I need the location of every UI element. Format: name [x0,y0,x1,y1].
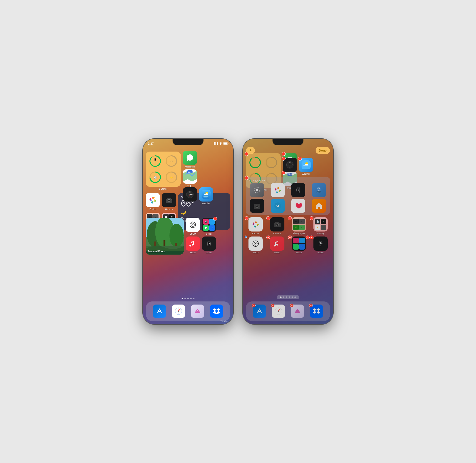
dot-r5 [292,296,293,298]
delete-photos[interactable]: − [245,216,249,220]
right-phone: + Done − [243,139,333,324]
camera-label: Camera [165,208,173,210]
svg-text:9: 9 [187,193,188,195]
dock-dropbox[interactable] [210,304,223,318]
svg-point-95 [320,189,320,189]
delete-watch[interactable]: − [310,236,314,239]
dock-appstore-right[interactable]: − [253,304,266,318]
app-camera-right[interactable]: − Camera [267,217,287,235]
app-settings-siri[interactable] [248,183,267,197]
svg-point-105 [277,224,278,226]
battery-iphone: 📱 [148,153,163,169]
svg-point-114 [278,311,279,312]
svg-point-20 [168,200,170,201]
delete-dock-spark[interactable]: − [290,303,294,307]
app-photography-right[interactable]: − ⬡ ▲ 🌿 + Photography [289,217,309,235]
music-icon-r2 [270,237,284,251]
status-time: 9:37 [148,142,154,145]
app-weather-right[interactable]: Weather [199,187,213,205]
vsco-icon-r2 [249,237,263,251]
messages-label: Messages [185,166,195,168]
svg-text:⌚: ⌚ [153,176,157,179]
delete-dock-safari[interactable]: − [271,303,275,307]
apps-row-pcpw: − [246,217,330,235]
app-tweetbot-siri[interactable] [309,183,329,197]
dot-r4 [289,296,290,298]
app-clock-right[interactable]: − 12 3 6 9 [283,158,297,175]
dot-3 [187,298,189,299]
app-social-right[interactable]: − f 1 Social [289,237,309,254]
delete-camera[interactable]: − [266,216,270,220]
right-phone-frame: + Done − [243,139,333,324]
right-content: − [246,153,330,254]
delete-photography[interactable]: − [288,216,292,220]
featured-photo-label: Featured Photo [148,250,165,253]
photos-label-r2: Photos [252,232,259,235]
clock-icon: 12 3 6 9 [183,187,197,202]
wifi-icon [219,142,222,145]
app-camera[interactable]: Camera [162,193,176,210]
delete-siri[interactable]: − [245,176,249,180]
delete-weather[interactable]: − [298,157,302,160]
app-music-right[interactable]: − Music [267,237,287,254]
clock-label: Clock [187,202,193,205]
batteries-widget[interactable]: 📱 ▭ [146,151,181,187]
app-watch-right[interactable]: − Watch [311,237,330,254]
dock-safari[interactable] [172,304,185,318]
app-watch[interactable]: Watch [202,237,216,254]
dock-safari-right[interactable]: − [272,304,285,318]
add-button[interactable]: + [246,147,255,154]
delete-writing[interactable]: − [310,216,314,220]
delete-social[interactable]: − [288,236,292,239]
vsco-label: VSCO [190,233,196,235]
dock-spark[interactable] [191,304,204,318]
right-notch [272,139,304,145]
app-music[interactable]: Music [186,237,200,254]
app-watchface-siri[interactable] [289,183,308,197]
app-vsco[interactable]: VSCO [186,218,200,235]
dock-dropbox-right[interactable]: − [310,304,323,318]
done-button[interactable]: Done [315,147,330,154]
social-label-r2: Social [296,251,302,254]
social-badge-r2: 1 [306,236,310,239]
maps-label: Maps [187,184,193,187]
app-photos-right[interactable]: − [246,217,265,235]
photography-label-r2: Photography [293,232,305,235]
dot-r1 [280,296,282,298]
svg-text:3: 3 [293,164,293,165]
app-writing-right[interactable]: − 📄 B ✏️ Writing [311,217,330,235]
app-messages[interactable]: Messages [183,151,197,168]
app-weather-edit[interactable]: − Weather [299,158,313,175]
right-screen: + Done − [243,139,333,324]
clock-weather-row: 12 3 6 9 Clock [183,187,213,205]
delete-music[interactable]: − [266,236,270,239]
app-camera-siri[interactable] [248,199,267,213]
delete-dock-appstore[interactable]: − [252,303,256,307]
app-health-siri[interactable] [289,199,308,213]
svg-point-101 [320,192,321,193]
svg-text:280: 280 [188,171,192,173]
app-clock[interactable]: 12 3 6 9 Clock [183,187,197,205]
photos-label: Photos [149,208,156,210]
delete-clock[interactable]: − [282,157,286,160]
plus-icon: + [249,148,251,152]
app-home-siri[interactable] [309,199,329,213]
health-icon [291,199,305,213]
app-telegram-siri[interactable] [268,199,287,213]
svg-point-91 [317,187,321,192]
app-photos-siri[interactable] [268,183,287,197]
featured-photo-widget[interactable]: Featured Photo [146,218,184,255]
app-vsco-right[interactable]: VSCO [246,237,265,254]
app-photos[interactable]: Photos [146,193,160,210]
delete-dock-dropbox[interactable]: − [309,303,313,307]
svg-text:6: 6 [190,196,190,197]
dock-appstore[interactable] [153,304,166,318]
svg-rect-44 [210,242,211,243]
svg-point-99 [317,192,318,193]
dot-r2 [283,296,284,298]
dock-spark-right[interactable]: − [291,304,304,318]
app-maps[interactable]: 280 Maps [183,169,197,187]
writing-label-r2: Writing [317,232,324,235]
app-social[interactable]: 📷 💬 f 1 Social [202,218,216,235]
apps-row-vmsw: VSCO − Music − [246,237,330,254]
